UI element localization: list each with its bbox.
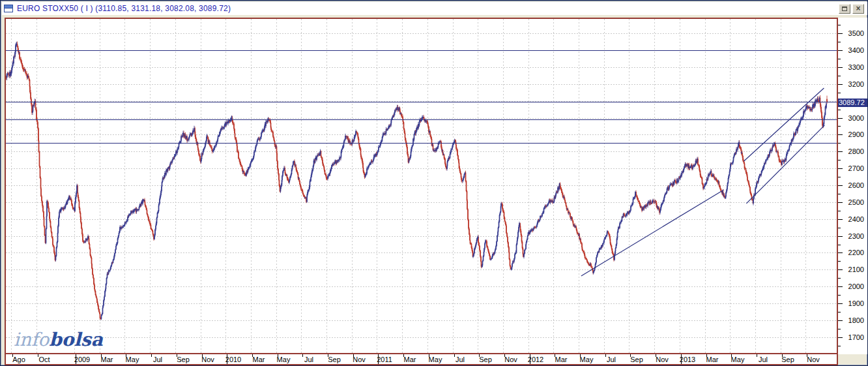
price-tick [838,59,841,59]
date-tick-label: 2009 [74,356,90,363]
date-tick-label: 2010 [225,356,241,363]
horizontal-level-lines[interactable] [6,51,837,144]
date-tick-label: May [429,356,442,363]
price-tick [838,93,841,93]
candles-up [7,42,827,320]
date-tick-label: Mar [555,356,568,363]
candles-down [6,42,827,320]
date-tick-label: May [126,356,139,363]
date-tick-label: Sep [479,356,492,363]
date-tick-label: 2013 [680,356,695,363]
price-tick-label: 1800 [838,316,864,324]
date-tick-label: Mar [253,356,265,363]
price-tick-label: 2900 [838,130,864,138]
price-tick-label: 1900 [838,299,864,307]
date-tick-label: Sep [630,356,643,363]
price-tick-label: 2600 [838,181,864,189]
date-tick-label: Nov [807,356,820,363]
window-title: EURO STOXX50 ( I ) (3110.85, 3131.18, 30… [17,4,231,13]
price-tick [838,110,841,110]
price-tick-label: 2800 [838,147,864,155]
price-tick [838,211,841,211]
date-tick-label: Nov [353,356,366,363]
price-tick [838,228,841,228]
date-tick [757,354,757,357]
price-tick [838,76,841,76]
price-tick [838,126,841,127]
date-tick [454,354,455,357]
price-tick [838,160,841,160]
date-tick-label: 2011 [377,356,392,363]
price-tick-label: 3000 [838,114,864,122]
last-price-tag: 3089.72 [838,99,867,107]
date-tick-label: May [580,356,594,363]
date-tick-label: Mar [101,356,113,363]
date-axis[interactable]: AgoOct2009MarMayJulSepNov2010MarMayJulSe… [5,354,838,365]
horizontal-gridlines [6,34,837,338]
price-tick-label: 2700 [838,164,864,172]
infobolsa-logo: infobolsa [14,331,103,349]
date-tick-label: Nov [504,356,517,363]
price-tick-label: 2400 [838,215,864,223]
window-buttons: × [839,4,864,14]
price-tick-label: 2200 [838,249,864,256]
price-tick-label: 3400 [838,46,864,54]
trend-lines[interactable] [581,88,825,276]
date-tick-label: Jul [759,356,768,363]
logo-info-text: info [14,329,49,350]
price-tick-label: 3200 [838,80,864,88]
date-tick-label: Jul [153,356,162,363]
price-tick-label: 2000 [838,282,864,290]
price-tick [838,261,841,262]
price-tick [838,42,841,42]
window-titlebar[interactable]: EURO STOXX50 ( I ) (3110.85, 3131.18, 30… [2,2,867,15]
price-tick-label: 1700 [838,333,864,341]
window-icon-bar [5,5,12,8]
date-tick-label: May [731,356,745,363]
date-tick-label: Ago [12,356,25,363]
date-tick-label: Mar [706,356,719,363]
date-tick [151,354,152,357]
chart-window: EURO STOXX50 ( I ) (3110.85, 3131.18, 30… [0,0,868,366]
price-tick [838,329,841,329]
price-tick [838,194,841,194]
date-tick-label: Sep [781,356,794,363]
restore-icon [842,7,847,11]
date-tick-label: May [277,356,291,363]
price-tick [838,143,841,144]
price-tick [838,346,841,346]
chart-plot-area[interactable]: infobolsa [5,18,838,354]
candlestick-chart[interactable] [6,19,837,353]
date-tick-label: Jul [607,356,616,363]
date-tick-label: Jul [304,356,313,363]
date-tick-label: Sep [328,356,341,363]
date-tick [605,354,606,357]
window-icon [4,5,13,12]
close-button[interactable]: × [852,4,864,14]
price-axis[interactable]: 3500340033003200310030002900280027002600… [838,18,868,354]
date-tick-label: 2012 [528,356,543,363]
price-tick-label: 3300 [838,63,864,71]
price-tick-label: 3500 [838,29,864,37]
date-tick-label: Mar [404,356,416,363]
date-tick [302,354,303,357]
restore-button[interactable] [839,4,850,14]
price-tick [838,295,841,296]
price-tick-label: 2100 [838,266,864,273]
date-tick-label: Nov [201,356,214,363]
date-tick-label: Jul [456,356,465,363]
logo-bolsa-text: bolsa [49,329,103,350]
price-tick-label: 2300 [838,232,864,240]
price-tick [838,177,841,177]
date-tick-label: Sep [177,356,190,363]
date-tick-label: Nov [656,356,669,363]
close-icon: × [853,4,863,14]
price-tick [838,278,841,279]
price-tick [838,25,841,25]
date-tick-label: Oct [38,356,50,363]
price-tick [838,245,841,245]
price-tick-label: 2500 [838,198,864,206]
price-tick [838,312,841,313]
